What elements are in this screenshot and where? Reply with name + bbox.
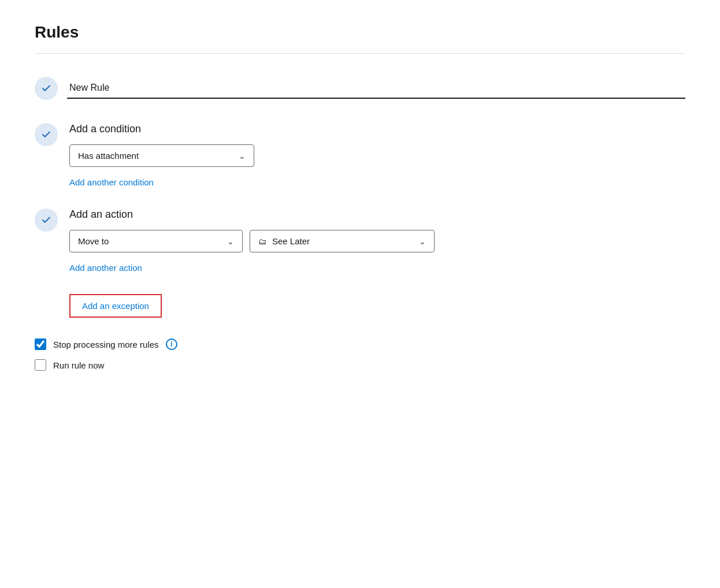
action-section-left [35,209,58,318]
check-icon-condition [41,129,51,140]
action-chevron-icon: ⌄ [227,237,234,246]
condition-chevron-icon: ⌄ [239,151,246,161]
check-icon [41,83,51,94]
action-content: Add an action Move to ⌄ 🗂 See Later ⌄ Ad… [69,209,685,318]
action-dropdown-row: Move to ⌄ 🗂 See Later ⌄ [69,230,685,252]
run-now-label: Run rule now [53,360,104,370]
rule-name-section [35,77,685,100]
title-divider [35,53,685,54]
stop-processing-checkbox[interactable] [35,338,46,350]
info-icon[interactable]: i [166,338,177,350]
rule-name-check-circle [35,77,58,100]
folder-dropdown-label: 🗂 See Later [258,236,310,246]
condition-section-left [35,123,58,188]
run-now-checkbox[interactable] [35,359,46,371]
page-title: Rules [35,23,685,42]
action-dropdown[interactable]: Move to ⌄ [69,230,243,252]
condition-check-circle [35,123,58,146]
action-check-circle [35,209,58,232]
condition-dropdown-value: Has attachment [78,151,139,161]
page-container: Rules Add a condition Has attachment ⌄ [0,0,720,403]
condition-content: Add a condition Has attachment ⌄ Add ano… [69,123,685,188]
checkbox-section: Stop processing more rules i Run rule no… [35,338,685,371]
add-condition-link[interactable]: Add another condition [69,177,154,187]
folder-chevron-icon: ⌄ [419,237,426,246]
folder-dropdown-value: See Later [272,236,310,246]
run-now-row: Run rule now [35,359,685,371]
condition-dropdown[interactable]: Has attachment ⌄ [69,144,254,167]
add-action-link[interactable]: Add another action [69,263,142,273]
action-section: Add an action Move to ⌄ 🗂 See Later ⌄ Ad… [35,209,685,318]
stop-processing-label: Stop processing more rules [53,340,159,349]
condition-section: Add a condition Has attachment ⌄ Add ano… [35,123,685,188]
condition-label: Add a condition [69,123,685,135]
action-dropdown-value: Move to [78,236,109,246]
rule-name-input[interactable] [67,78,685,99]
condition-dropdown-row: Has attachment ⌄ [69,144,685,167]
add-exception-button[interactable]: Add an exception [69,294,162,318]
folder-dropdown[interactable]: 🗂 See Later ⌄ [250,230,435,252]
action-label: Add an action [69,209,685,221]
stop-processing-row: Stop processing more rules i [35,338,685,350]
folder-icon: 🗂 [258,237,266,246]
check-icon-action [41,215,51,225]
